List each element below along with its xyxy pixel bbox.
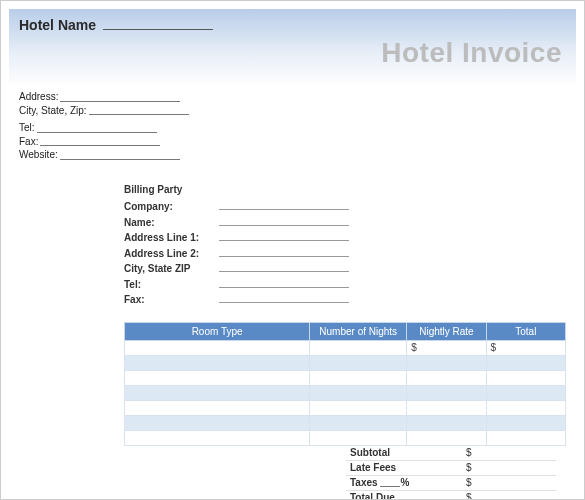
billing-addr2-label: Address Line 2: <box>124 246 219 262</box>
totaldue-value: $ <box>460 492 552 500</box>
csz-label: City, State, Zip: <box>19 105 87 116</box>
hotel-address-block: Address: City, State, Zip: Tel: Fax: Web… <box>9 84 576 164</box>
billing-tel-label: Tel: <box>124 277 219 293</box>
line-items-table: Room Type Number of Nights Nightly Rate … <box>124 322 566 446</box>
table-row: $ $ <box>125 340 566 355</box>
cell-rate[interactable]: $ <box>407 340 486 355</box>
address-field[interactable] <box>60 93 180 102</box>
billing-name-label: Name: <box>124 215 219 231</box>
billing-company-label: Company: <box>124 199 219 215</box>
taxes-label: Taxes % <box>350 477 460 488</box>
table-row <box>125 355 566 370</box>
table-row <box>125 415 566 430</box>
table-row <box>125 370 566 385</box>
billing-heading: Billing Party <box>124 182 576 198</box>
totals-block: Subtotal $ Late Fees $ Taxes % $ Total D… <box>346 446 556 501</box>
table-row <box>125 400 566 415</box>
totaldue-label: Total Due <box>350 492 460 500</box>
cell-total[interactable]: $ <box>486 340 565 355</box>
billing-company-field[interactable] <box>219 201 349 210</box>
fax-field[interactable] <box>40 137 160 146</box>
col-room-type: Room Type <box>125 322 310 340</box>
tel-label: Tel: <box>19 122 35 133</box>
cell-nights[interactable] <box>310 340 407 355</box>
taxes-pct-field[interactable] <box>380 479 400 487</box>
billing-fax-field[interactable] <box>219 294 349 303</box>
billing-fax-label: Fax: <box>124 292 219 308</box>
subtotal-label: Subtotal <box>350 447 460 458</box>
table-row <box>125 385 566 400</box>
billing-addr1-field[interactable] <box>219 232 349 241</box>
billing-addr1-label: Address Line 1: <box>124 230 219 246</box>
line-items-table-wrap: Room Type Number of Nights Nightly Rate … <box>124 322 566 501</box>
latefees-value: $ <box>460 462 552 473</box>
fax-label: Fax: <box>19 136 38 147</box>
website-field[interactable] <box>60 151 180 160</box>
invoice-title: Hotel Invoice <box>381 37 562 69</box>
taxes-value: $ <box>460 477 552 488</box>
csz-field[interactable] <box>89 106 189 115</box>
subtotal-value: $ <box>460 447 552 458</box>
billing-addr2-field[interactable] <box>219 248 349 257</box>
hotel-name-field[interactable] <box>103 29 213 30</box>
latefees-label: Late Fees <box>350 462 460 473</box>
col-total: Total <box>486 322 565 340</box>
website-label: Website: <box>19 149 58 160</box>
invoice-header: Hotel Name Hotel Invoice <box>9 9 576 84</box>
cell-room-type[interactable] <box>125 340 310 355</box>
col-nights: Number of Nights <box>310 322 407 340</box>
address-label: Address: <box>19 91 58 102</box>
billing-name-field[interactable] <box>219 217 349 226</box>
billing-tel-field[interactable] <box>219 279 349 288</box>
billing-csz-field[interactable] <box>219 263 349 272</box>
table-row <box>125 430 566 445</box>
col-rate: Nightly Rate <box>407 322 486 340</box>
tel-field[interactable] <box>37 124 157 133</box>
hotel-name-label: Hotel Name <box>19 17 96 33</box>
billing-party-block: Billing Party Company: Name: Address Lin… <box>124 182 576 308</box>
billing-csz-label: City, State ZIP <box>124 261 219 277</box>
